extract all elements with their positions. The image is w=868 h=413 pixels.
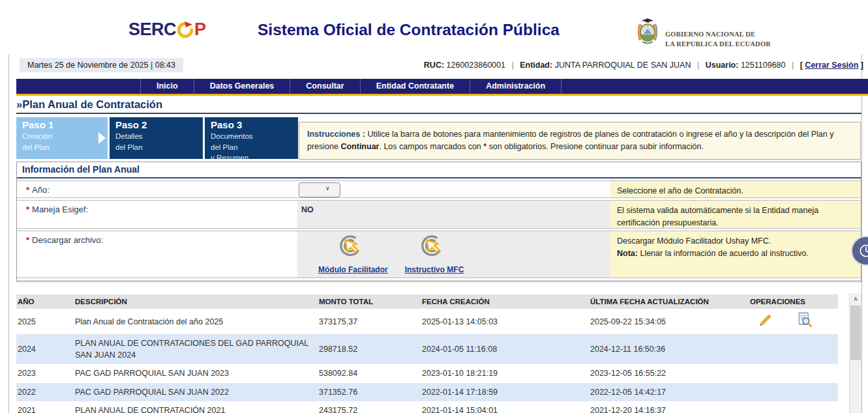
step-2-detalles-del-plan[interactable]: Paso 2 Detalles del Plan bbox=[110, 117, 203, 159]
separator: | bbox=[697, 61, 699, 70]
description-cell: PAC GAD PARROQUIAL SAN JUAN 2022 bbox=[74, 383, 318, 401]
esigef-value: NO bbox=[297, 201, 314, 214]
form-footer-strip bbox=[17, 280, 861, 287]
hint-text: Descargar Módulo Facilitador Ushay MFC. bbox=[617, 236, 771, 246]
description-cell: PLAN ANUAL DE CONTRATACIÓN 2021 bbox=[74, 401, 318, 413]
table-row-2021: 2021PLAN ANUAL DE CONTRATACIÓN 202124317… bbox=[16, 401, 838, 413]
government-label: GOBIERNO NACIONAL DE LA REPUBLICA DEL EC… bbox=[665, 30, 771, 49]
table-row-2024: 2024PLAN ANUAL DE CONTRATACIONES DEL GAD… bbox=[16, 334, 838, 364]
main-nav: InicioDatos GeneralesConsultarEntidad Co… bbox=[16, 79, 868, 96]
step-title: Paso 3 bbox=[211, 119, 298, 130]
step-1-creacion-del-plan[interactable]: Paso 1 Creación del Plan bbox=[16, 117, 108, 159]
amount-cell: 371352.76 bbox=[318, 383, 421, 401]
page-border-line bbox=[861, 55, 862, 413]
nav-item-datos-generales[interactable]: Datos Generales bbox=[194, 79, 291, 94]
description-cell: PAC GAD PARROQUIAL SAN JUAN 2023 bbox=[74, 364, 318, 382]
created-cell: 2021-01-14 15:04:01 bbox=[421, 401, 589, 413]
clock-icon bbox=[858, 242, 868, 259]
description-cell: PLAN ANUAL DE CONTRATACIONES DEL GAD PAR… bbox=[74, 334, 318, 364]
required-marker: * bbox=[26, 235, 29, 245]
column-header: FECHA CREACIÓN bbox=[421, 294, 589, 309]
created-cell: 2023-01-10 18:21:19 bbox=[421, 364, 589, 382]
amount-cell: 538092.84 bbox=[318, 364, 421, 382]
logo-text: P bbox=[194, 20, 206, 40]
sercop-logo: SERC P bbox=[128, 20, 206, 40]
year-cell: 2022 bbox=[16, 383, 74, 401]
form-row-descargar: *Descargar archivo: Módulo Facilitador bbox=[17, 231, 861, 278]
column-header: ÚLTIMA FECHA ACTUALIZACIÓN bbox=[589, 294, 749, 309]
wizard-steps: Paso 1 Creación del Plan Paso 2 Detalles… bbox=[16, 117, 298, 159]
nav-item-administracion[interactable]: Administración bbox=[470, 79, 561, 94]
ruc-label: RUC: bbox=[424, 61, 444, 70]
year-cell: 2023 bbox=[16, 364, 74, 382]
pencil-icon bbox=[758, 313, 773, 328]
session-info: RUC: 1260023860001 | Entidad: JUNTA PARR… bbox=[424, 61, 863, 70]
instructions-label: Instrucciones : bbox=[307, 130, 365, 139]
nota-text: Llenar la información de acuerdo al inst… bbox=[638, 249, 809, 258]
field-label: *Maneja Esigef: bbox=[17, 201, 297, 228]
step-arrow-icon bbox=[98, 132, 106, 144]
amount-cell: 243175.72 bbox=[318, 401, 421, 413]
plan-info-section: Información del Plan Anual *Año: ∨ Selec… bbox=[16, 162, 861, 282]
click-download-icon bbox=[336, 234, 370, 263]
required-marker: * bbox=[26, 205, 29, 214]
description-cell: Plan Anual de Contratación del año 2025 bbox=[74, 309, 318, 334]
table-row-2023: 2023PAC GAD PARROQUIAL SAN JUAN 20235380… bbox=[16, 364, 838, 382]
logo-text: SERC bbox=[128, 20, 176, 40]
gov-line: GOBIERNO NACIONAL DE bbox=[665, 30, 771, 40]
modulo-facilitador-download[interactable]: Módulo Facilitador bbox=[318, 234, 388, 274]
step-desc: del Plan bbox=[211, 142, 298, 153]
page-border-line bbox=[8, 55, 9, 413]
year-cell: 2025 bbox=[16, 309, 74, 334]
field-label: *Descargar archivo: bbox=[17, 231, 297, 278]
operations-cell bbox=[749, 334, 838, 364]
table-row-2022: 2022PAC GAD PARROQUIAL SAN JUAN 20223713… bbox=[16, 383, 838, 401]
view-plan-button[interactable] bbox=[797, 312, 813, 331]
field-hint: El sistema valida automáticamente si la … bbox=[610, 201, 861, 228]
modulo-facilitador-link[interactable]: Módulo Facilitador bbox=[318, 265, 388, 274]
form-row-esigef: *Maneja Esigef: NO El sistema valida aut… bbox=[17, 200, 861, 229]
updated-cell: 2023-12-05 16:55:22 bbox=[589, 364, 749, 382]
edit-plan-button[interactable] bbox=[758, 313, 773, 331]
label-text: Año: bbox=[32, 185, 50, 195]
logout-bracket: ] bbox=[861, 61, 863, 70]
amount-cell: 373175.37 bbox=[318, 309, 421, 334]
instructivo-mfc-download[interactable]: Instructivo MFC bbox=[405, 234, 464, 274]
table-header-row: AÑODESCRIPCIÓNMONTO TOTALFECHA CREACIÓNÚ… bbox=[16, 294, 838, 309]
scrollbar-thumb[interactable] bbox=[850, 306, 861, 360]
field-content: Módulo Facilitador Instructivo MFC bbox=[297, 231, 610, 278]
updated-cell: 2022-12-05 14:42:17 bbox=[589, 383, 749, 401]
operations-cell bbox=[749, 364, 838, 382]
field-label: *Año: bbox=[17, 181, 297, 197]
logout-link[interactable]: Cerrar Sesión bbox=[805, 61, 858, 70]
step-desc: Creación bbox=[22, 131, 108, 142]
nota-label: Nota: bbox=[617, 249, 638, 258]
year-select[interactable]: ∨ bbox=[299, 182, 340, 197]
step-title: Paso 1 bbox=[22, 119, 108, 130]
instructions-text: Utilice la barra de botones para manteni… bbox=[307, 130, 833, 151]
updated-cell: 2021-12-20 14:16:37 bbox=[589, 401, 749, 413]
nav-item-inicio[interactable]: Inicio bbox=[140, 79, 194, 94]
nav-item-consultar[interactable]: Consultar bbox=[290, 79, 360, 94]
scroll-up-button[interactable]: ∧ bbox=[850, 293, 861, 304]
operations-cell bbox=[749, 401, 838, 413]
usuario-value: 1251109680 bbox=[741, 61, 786, 70]
label-text: Descargar archivo: bbox=[32, 235, 103, 245]
nav-menu: InicioDatos GeneralesConsultarEntidad Co… bbox=[16, 79, 868, 94]
gov-line: LA REPUBLICA DEL ECUADOR bbox=[665, 40, 771, 50]
step-3-documentos-del-plan[interactable]: Paso 3 Documentos del Plan y Resumen bbox=[205, 117, 298, 159]
created-cell: 2022-01-14 17:18:59 bbox=[421, 383, 589, 401]
document-magnifier-icon bbox=[797, 312, 813, 328]
created-cell: 2025-01-13 14:05:03 bbox=[421, 309, 589, 334]
step-desc: Documentos bbox=[211, 131, 298, 142]
instructivo-mfc-link[interactable]: Instructivo MFC bbox=[405, 265, 464, 274]
column-header: AÑO bbox=[16, 294, 74, 309]
form-row-ano: *Año: ∨ Seleccione el año de Contratació… bbox=[17, 180, 861, 198]
field-hint: Descargar Módulo Facilitador Ushay MFC. … bbox=[610, 231, 861, 278]
operations-cell bbox=[749, 383, 838, 401]
instructions-box: Instrucciones : Utilice la barra de boto… bbox=[299, 122, 861, 160]
entidad-label: Entidad: bbox=[520, 61, 552, 70]
table-scrollbar[interactable]: ∧ bbox=[849, 293, 861, 413]
column-header: DESCRIPCIÓN bbox=[74, 294, 318, 309]
nav-item-entidad-contratante[interactable]: Entidad Contratante bbox=[361, 79, 470, 94]
